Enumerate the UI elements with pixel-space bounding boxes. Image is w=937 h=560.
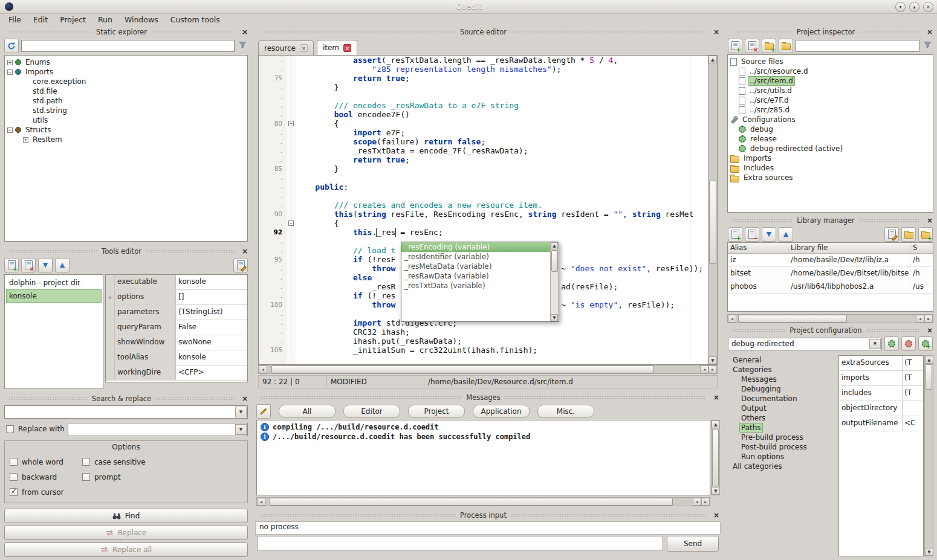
scroll-left-icon[interactable]: ◂ [700, 365, 708, 373]
fold-marker[interactable] [287, 146, 296, 155]
remove-library-button[interactable] [745, 227, 759, 242]
fold-marker[interactable] [287, 119, 296, 128]
fold-marker[interactable] [287, 309, 296, 318]
property-row[interactable]: outputFilename <C [839, 416, 923, 431]
property-row[interactable]: executable konsole [106, 275, 247, 290]
remove-tool-button[interactable] [21, 258, 36, 272]
tree-item[interactable]: Configurations [728, 115, 933, 124]
tree-item[interactable]: utils [5, 115, 247, 125]
move-library-up-button[interactable]: ▲ [779, 227, 793, 242]
property-row[interactable]: imports (T [839, 371, 923, 386]
property-row[interactable]: queryParam False [106, 320, 247, 335]
property-row[interactable]: includes (T [839, 386, 923, 401]
message-line[interactable]: compiling /.../build/resource.d.coedit [258, 422, 708, 432]
property-value[interactable]: (T [903, 386, 923, 401]
category-item[interactable]: Others [728, 413, 835, 423]
property-value[interactable]: konsole [176, 275, 247, 289]
filter-project-button[interactable]: Project [408, 405, 465, 418]
filter-application-button[interactable]: Application [473, 405, 530, 418]
tree-item[interactable]: Imports [728, 153, 933, 163]
fold-marker[interactable] [287, 282, 296, 291]
completion-scrollbar[interactable]: ▲ ▼ [550, 242, 559, 321]
fold-marker[interactable] [287, 246, 296, 255]
property-row[interactable]: parameters (TStringList) [106, 305, 247, 320]
fold-marker[interactable] [287, 228, 296, 237]
category-item[interactable]: Output [728, 404, 835, 413]
tree-item[interactable]: ../src/item.d [728, 76, 933, 86]
inspector-search-input[interactable] [796, 40, 919, 52]
fold-marker[interactable] [287, 237, 296, 246]
remove-folder-button[interactable] [779, 39, 793, 53]
scroll-left-icon[interactable]: ◂ [916, 315, 924, 323]
scroll-left-icon[interactable]: ◂ [259, 365, 267, 373]
tree-item[interactable]: − Imports [5, 67, 247, 77]
chevron-down-icon[interactable]: ▼ [869, 339, 881, 349]
editor-horizontal-scrollbar[interactable]: ◂ ◂ ▸ [258, 365, 718, 374]
tree-item[interactable]: std.string [5, 106, 247, 115]
close-panel-icon[interactable]: × [713, 28, 719, 36]
minimize-button[interactable]: ▾ [895, 2, 906, 12]
tree-item[interactable]: Extra sources [728, 173, 933, 182]
chevron-down-icon[interactable]: ▼ [235, 424, 247, 435]
fold-marker[interactable] [287, 74, 296, 83]
refresh-button[interactable] [4, 39, 19, 53]
filter-icon[interactable] [237, 40, 248, 51]
tree-item[interactable]: ../src/e7F.d [728, 95, 933, 105]
replace-term-combo[interactable]: ▼ [68, 423, 248, 436]
property-row[interactable]: workingDire <CFP> [106, 365, 247, 381]
move-tool-up-button[interactable]: ▲ [55, 258, 70, 272]
editor-tab[interactable]: item × [317, 40, 357, 55]
find-button[interactable]: Find [4, 509, 248, 523]
messages-horizontal-scrollbar[interactable]: ◂ ◂ ▸ [256, 497, 710, 506]
category-item[interactable]: Messages [728, 375, 835, 384]
open-library-folder-button[interactable] [901, 227, 916, 242]
search-term-combo[interactable]: ▼ [4, 405, 248, 419]
add-folder-button[interactable] [762, 39, 776, 53]
process-input-field[interactable] [257, 536, 663, 550]
scroll-up-icon[interactable]: ▲ [925, 356, 933, 364]
scroll-up-icon[interactable]: ▲ [551, 242, 558, 249]
add-library-folder-button[interactable] [918, 227, 933, 242]
category-item[interactable]: Post-build process [728, 442, 835, 452]
edit-library-button[interactable] [884, 227, 899, 242]
completion-item[interactable]: _resRawData (variable) [401, 271, 550, 281]
fold-marker[interactable] [287, 173, 296, 182]
filter-icon[interactable] [922, 40, 933, 51]
scroll-right-icon[interactable]: ▸ [701, 498, 710, 506]
tree-item[interactable]: std.file [5, 86, 247, 96]
configuration-categories[interactable]: General Categories Messages Debugging Do… [728, 355, 835, 555]
column-library-file[interactable]: Library file [788, 243, 910, 253]
fold-marker[interactable] [287, 128, 296, 137]
close-window-button[interactable]: × [923, 2, 933, 12]
scroll-right-icon[interactable]: ▸ [924, 315, 933, 323]
fold-marker[interactable] [287, 219, 296, 228]
category-item[interactable]: Documentation [728, 394, 835, 404]
property-value[interactable]: <CFP> [176, 365, 247, 380]
close-panel-icon[interactable]: × [242, 395, 248, 402]
fold-marker[interactable] [287, 318, 296, 327]
fold-marker[interactable] [287, 92, 296, 101]
editor-tab[interactable]: resource × [258, 40, 314, 55]
symbol-tree[interactable]: + Enums − Imports core.exception [4, 55, 248, 242]
close-panel-icon[interactable]: × [242, 28, 248, 36]
fold-marker[interactable] [287, 346, 296, 355]
close-panel-icon[interactable]: × [713, 394, 719, 401]
scroll-right-icon[interactable]: ▸ [708, 365, 717, 373]
close-panel-icon[interactable]: × [927, 217, 933, 224]
library-row[interactable]: iz /home/basile/Dev/Iz/lib/iz.a /h [728, 254, 933, 267]
fold-marker[interactable] [287, 101, 296, 110]
completion-item[interactable]: _resEncoding (variable) [401, 242, 550, 252]
scroll-left-icon[interactable]: ◂ [728, 315, 736, 323]
fold-marker[interactable] [287, 327, 296, 336]
search-option-checkbox[interactable]: prompt [82, 473, 245, 481]
fold-marker[interactable] [287, 201, 296, 210]
category-item[interactable]: Debugging [728, 384, 835, 394]
fold-marker[interactable] [287, 137, 296, 146]
category-item[interactable]: All categories [728, 462, 835, 471]
checkbox-icon[interactable] [10, 488, 18, 496]
checkbox-icon[interactable] [6, 425, 14, 433]
expander-icon[interactable]: + [23, 137, 28, 143]
move-library-down-button[interactable]: ▼ [762, 227, 776, 242]
filter-all-button[interactable]: All [279, 405, 336, 418]
tree-item[interactable]: ../src/utils.d [728, 86, 933, 95]
